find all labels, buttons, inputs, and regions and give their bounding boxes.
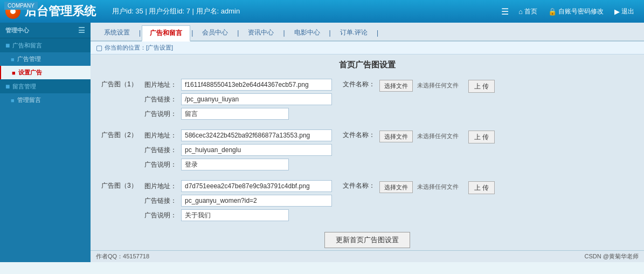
ad-3-desc-row: 广告说明： [144, 209, 332, 221]
link-label-3: 广告链接： [144, 196, 177, 206]
ad-block-3: 广告图（3） 图片地址： 广告链接： 广告说明： [101, 180, 633, 221]
sidebar-item-ad-management-label: 广告管理 [17, 55, 41, 63]
ad-2-desc-row: 广告说明： [144, 159, 332, 170]
image-url-label-1: 图片地址： [144, 80, 177, 90]
file-name-label-1: 文件名称： [343, 80, 375, 89]
ad-2-image-row: 图片地址： [144, 129, 332, 141]
logout-icon: ▶ [614, 8, 620, 16]
choose-file-btn-3[interactable]: 选择文件 [379, 181, 413, 193]
image-url-label-2: 图片地址： [144, 131, 177, 140]
breadcrumb-bar: ▢ 你当前的位置：[广告设置] [91, 42, 644, 54]
ad-1-upload: 文件名称： 选择文件 未选择任何文件 上 传 [343, 79, 495, 93]
ad-3-image-row: 图片地址： [144, 180, 332, 192]
breadcrumb-icon: ▢ [96, 44, 102, 52]
ad-2-desc-input[interactable] [181, 159, 289, 170]
topbar: 后台管理系统 用户id: 35 | 用户分组id: 7 | 用户名: admin… [0, 0, 644, 23]
tab-members[interactable]: 会员中心 [194, 25, 236, 40]
ad-2-label: 广告图（2） [101, 129, 134, 140]
ad-3-upload: 文件名称： 选择文件 未选择任何文件 上 传 [343, 180, 495, 194]
ad-2-image-input[interactable] [181, 129, 332, 141]
footer-author: 作者QQ：45157718 [96, 252, 149, 261]
file-name-label-2: 文件名称： [343, 131, 375, 140]
choose-file-btn-1[interactable]: 选择文件 [379, 80, 413, 92]
sidebar-section-ads: ■ 广告和留言 [0, 38, 91, 52]
breadcrumb-text: 你当前的位置：[广告设置] [105, 44, 173, 52]
sidebar-item-ad-management[interactable]: ■ 广告管理 [0, 52, 91, 66]
ad-2-link-row: 广告链接： [144, 144, 332, 156]
password-nav-btn[interactable]: 🔒 自账号密码修改 [544, 5, 608, 18]
section2-bullet-icon: ■ [5, 82, 10, 91]
item-bullet-icon: ■ [11, 56, 15, 63]
hamburger-icon[interactable]: ☰ [501, 6, 509, 17]
section-bullet-icon: ■ [5, 41, 10, 50]
ad-1-fields: 图片地址： 广告链接： 广告说明： [144, 79, 332, 120]
sidebar-item-set-ad[interactable]: ■ 设置广告 [0, 66, 91, 79]
upload-btn-2[interactable]: 上 传 [468, 131, 495, 143]
desc-label-3: 广告说明： [144, 211, 177, 220]
upload-btn-3[interactable]: 上 传 [468, 181, 495, 194]
ad-3-link-row: 广告链接： [144, 195, 332, 207]
desc-label-1: 广告说明： [144, 109, 177, 119]
logout-nav-btn[interactable]: ▶ 退出 [610, 5, 639, 18]
no-file-text-1: 未选择任何文件 [417, 80, 459, 90]
link-label-2: 广告链接： [144, 146, 177, 155]
ad-block-1: 广告图（1） 图片地址： 广告链接： 广告说明： [101, 79, 633, 120]
submit-row: 更新首页广告图设置 [101, 232, 633, 248]
ad-2-upload: 文件名称： 选择文件 未选择任何文件 上 传 [343, 129, 495, 143]
item-active-bullet-icon: ■ [12, 70, 16, 76]
sidebar-item-manage-messages[interactable]: ■ 管理留言 [0, 93, 91, 107]
home-icon: ⌂ [518, 8, 523, 16]
ad-1-link-input[interactable] [181, 93, 332, 105]
sidebar-section-messages: ■ 留言管理 [0, 79, 91, 93]
ad-1-desc-input[interactable] [181, 108, 289, 120]
ad-3-desc-input[interactable] [181, 209, 289, 221]
user-info: 用户id: 35 | 用户分组id: 7 | 用户名: admin [112, 6, 501, 16]
page-title: 首页广告图设置 [101, 60, 633, 70]
main-layout: 管理中心 ☰ ■ 广告和留言 ■ 广告管理 ■ 设置广告 ■ 留言管理 ■ 管理… [0, 23, 644, 262]
ad-2-link-input[interactable] [181, 144, 332, 156]
password-nav-label: 自账号密码修改 [558, 7, 604, 16]
home-nav-label: 首页 [524, 7, 537, 16]
top-nav: ⌂ 首页 🔒 自账号密码修改 ▶ 退出 [514, 5, 639, 18]
upload-btn-1[interactable]: 上 传 [468, 80, 495, 93]
sidebar-item-set-ad-label: 设置广告 [18, 68, 42, 77]
logout-nav-label: 退出 [621, 7, 634, 16]
no-file-text-2: 未选择任何文件 [417, 131, 459, 140]
file-name-label-3: 文件名称： [343, 181, 375, 190]
submit-button[interactable]: 更新首页广告图设置 [324, 232, 410, 248]
tab-news[interactable]: 资讯中心 [240, 25, 282, 40]
image-url-label-3: 图片地址： [144, 182, 177, 191]
password-icon: 🔒 [548, 8, 557, 16]
ad-1-image-input[interactable] [181, 79, 332, 91]
ad-3-link-input[interactable] [181, 195, 332, 207]
ad-1-image-row: 图片地址： [144, 79, 332, 91]
tab-system-settings[interactable]: 系统设置 [96, 25, 138, 40]
sidebar-item-manage-messages-label: 管理留言 [17, 96, 41, 104]
footer-credit: CSDN @黄菊华老师 [585, 252, 639, 261]
ad-3-image-input[interactable] [181, 180, 332, 192]
tab-nav: 系统设置 | 广告和留言 | 会员中心 | 资讯中心 | 电影中心 | 订单.评… [91, 23, 644, 42]
tab-movies[interactable]: 电影中心 [286, 25, 328, 40]
ad-1-desc-row: 广告说明： [144, 108, 332, 120]
content-area: 系统设置 | 广告和留言 | 会员中心 | 资讯中心 | 电影中心 | 订单.评… [91, 23, 644, 262]
desc-label-2: 广告说明： [144, 160, 177, 169]
ad-2-fields: 图片地址： 广告链接： 广告说明： [144, 129, 332, 170]
bottom-bar: 作者QQ：45157718 CSDN @黄菊华老师 [91, 250, 644, 262]
company-badge: COMPANY [4, 2, 38, 10]
sidebar-toggle-icon[interactable]: ☰ [78, 26, 85, 35]
ad-3-label: 广告图（3） [101, 180, 134, 190]
item2-bullet-icon: ■ [11, 97, 15, 104]
choose-file-btn-2[interactable]: 选择文件 [379, 131, 413, 142]
tab-orders[interactable]: 订单.评论 [332, 25, 376, 40]
ad-1-link-row: 广告链接： [144, 93, 332, 105]
sidebar-header: 管理中心 ☰ [0, 23, 91, 38]
link-label-1: 广告链接： [144, 95, 177, 104]
ad-1-label: 广告图（1） [101, 79, 134, 89]
no-file-text-3: 未选择任何文件 [417, 181, 459, 191]
tab-ads-messages[interactable]: 广告和留言 [142, 25, 190, 42]
sidebar-section-ads-label: 广告和留言 [12, 42, 42, 50]
ad-block-2: 广告图（2） 图片地址： 广告链接： 广告说明： [101, 129, 633, 170]
ad-3-fields: 图片地址： 广告链接： 广告说明： [144, 180, 332, 221]
home-nav-btn[interactable]: ⌂ 首页 [514, 5, 542, 18]
sidebar: 管理中心 ☰ ■ 广告和留言 ■ 广告管理 ■ 设置广告 ■ 留言管理 ■ 管理… [0, 23, 91, 262]
